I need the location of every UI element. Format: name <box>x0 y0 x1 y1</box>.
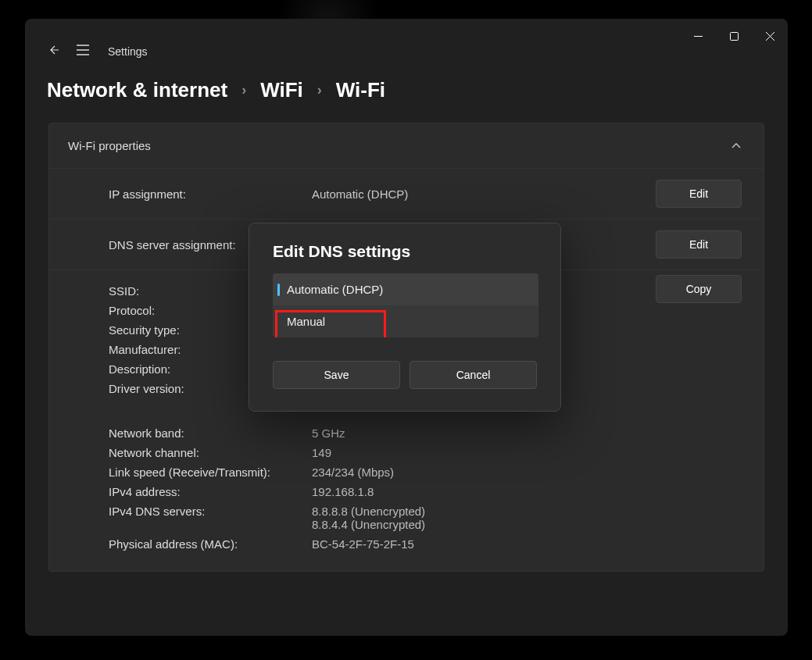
edit-dns-button[interactable]: Edit <box>656 230 742 259</box>
chevron-right-icon: › <box>241 82 246 98</box>
edit-dns-dialog: Edit DNS settings Automatic (DHCP) Manua… <box>249 223 561 412</box>
dns-row-2: 8.8.4.4 (Unencrypted) <box>109 518 742 531</box>
save-button[interactable]: Save <box>273 361 400 389</box>
app-title: Settings <box>108 45 148 58</box>
header-row: Settings <box>25 44 788 59</box>
band-row: Network band:5 GHz <box>109 426 742 440</box>
channel-row: Network channel:149 <box>109 446 742 459</box>
ip-assignment-value: Automatic (DHCP) <box>312 187 656 201</box>
breadcrumb-l1[interactable]: Network & internet <box>47 78 227 102</box>
dns-row: IPv4 DNS servers:8.8.8.8 (Unencrypted) <box>109 505 742 518</box>
edit-ip-button[interactable]: Edit <box>656 180 742 208</box>
dialog-buttons: Save Cancel <box>273 361 537 389</box>
ipv4-row: IPv4 address:192.168.1.8 <box>109 485 742 498</box>
option-manual[interactable]: Manual <box>273 305 538 337</box>
mac-row: Physical address (MAC):BC-54-2F-75-2F-15 <box>109 537 742 551</box>
ip-assignment-row: IP assignment: Automatic (DHCP) Edit <box>49 169 764 219</box>
chevron-up-icon <box>731 141 742 152</box>
back-button[interactable] <box>47 44 59 59</box>
cancel-button[interactable]: Cancel <box>410 361 537 389</box>
card-header-title: Wi-Fi properties <box>68 139 151 152</box>
dialog-title: Edit DNS settings <box>273 242 537 261</box>
card-header[interactable]: Wi-Fi properties <box>49 123 764 169</box>
breadcrumb-l2[interactable]: WiFi <box>260 78 303 102</box>
svg-rect-0 <box>694 36 703 37</box>
maximize-button[interactable] <box>716 23 752 48</box>
svg-rect-1 <box>730 32 738 40</box>
close-button[interactable] <box>752 23 788 48</box>
option-automatic[interactable]: Automatic (DHCP) <box>273 273 538 305</box>
copy-button[interactable]: Copy <box>656 275 742 303</box>
minimize-button[interactable] <box>680 23 716 48</box>
chevron-right-icon: › <box>317 82 322 98</box>
breadcrumb: Network & internet › WiFi › Wi-Fi <box>25 59 788 110</box>
ip-assignment-label: IP assignment: <box>109 187 312 201</box>
menu-button[interactable] <box>77 45 89 59</box>
dns-option-list: Automatic (DHCP) Manual <box>273 273 538 337</box>
breadcrumb-current: Wi-Fi <box>336 78 385 102</box>
linkspeed-row: Link speed (Receive/Transmit):234/234 (M… <box>109 466 742 479</box>
